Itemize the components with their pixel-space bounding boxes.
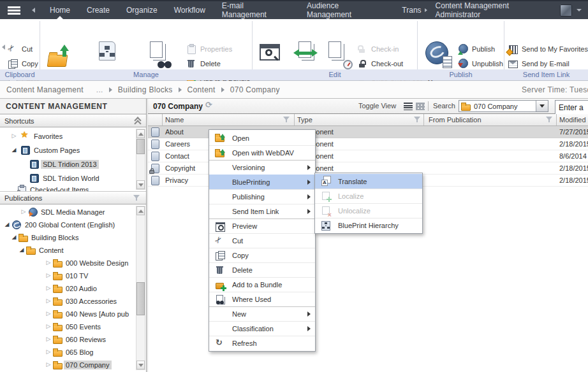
expand-expanded-icon[interactable] [3, 221, 11, 227]
scrollbar-thumb[interactable] [136, 139, 145, 154]
publications-scrollbar[interactable] [136, 206, 145, 370]
tab-create[interactable]: Create [78, 1, 118, 19]
list-view-icon[interactable] [404, 103, 413, 110]
user-name[interactable]: Content Management Administrator [436, 1, 555, 19]
tab-workflow[interactable]: Workflow [166, 1, 214, 19]
tree-item-folder[interactable]: 040 News [Auto pub [0, 308, 136, 320]
expand-collapsed-icon[interactable] [45, 297, 52, 304]
expand-collapsed-icon[interactable] [45, 323, 52, 329]
menu-item-localize[interactable]: Localize [315, 189, 422, 203]
scroll-down-icon[interactable] [136, 180, 145, 189]
cut-button[interactable]: Cut [8, 41, 40, 56]
tree-item-sdl-tridion-2013[interactable]: SDL Tridion 2013 [0, 158, 136, 171]
expand-collapsed-icon[interactable] [45, 348, 52, 355]
expand-collapsed-icon[interactable] [45, 310, 52, 317]
menu-item-add-to-bundle[interactable]: Add to a Bundle [209, 277, 315, 292]
breadcrumb-item[interactable]: 070 Company [230, 85, 280, 94]
dropdown-button[interactable] [536, 101, 548, 111]
column-name[interactable]: Name [165, 116, 184, 124]
tree-item-folder[interactable]: 020 Audio [0, 282, 136, 295]
menu-item-new[interactable]: New [209, 306, 315, 321]
menu-item-blueprint-hierarchy[interactable]: BluePrint Hierarchy [315, 218, 422, 232]
breadcrumb-root[interactable]: Content Management [6, 85, 84, 94]
tree-item-folder[interactable]: 030 Accessories [0, 295, 136, 308]
user-menu-caret-icon[interactable] [577, 9, 582, 11]
tab-audience-management[interactable]: Audience Management [298, 1, 393, 19]
expand-collapsed-icon[interactable] [20, 208, 27, 215]
tree-item-content[interactable]: Content [0, 244, 136, 257]
expand-expanded-icon[interactable] [18, 247, 26, 253]
expand-collapsed-icon[interactable] [45, 336, 52, 342]
unpublish-button[interactable]: Unpublish [458, 56, 503, 71]
tree-item-building-blocks[interactable]: Building Blocks [0, 231, 136, 244]
tree-item-publication[interactable]: 200 Global Content (English) [0, 218, 136, 231]
tab-translation[interactable]: Trans [393, 1, 435, 19]
menu-item-classification[interactable]: Classification [209, 321, 315, 336]
tree-item-sdl-media-manager[interactable]: SDL Media Manager [0, 206, 136, 218]
expand-expanded-icon[interactable] [10, 147, 18, 153]
tab-email-management[interactable]: E-mail Management [214, 1, 298, 19]
menu-item-unlocalize[interactable]: Unlocalize [315, 203, 422, 218]
properties-button[interactable]: Properties [186, 41, 250, 56]
filter-funnel-icon[interactable] [283, 116, 291, 124]
publish-button[interactable]: Publish [458, 41, 503, 56]
check-in-button[interactable]: Check-in [357, 41, 422, 56]
menu-item-translate[interactable]: Translate [315, 174, 422, 189]
grid-view-icon[interactable] [416, 103, 425, 110]
menubar-scroll-left-icon[interactable] [32, 8, 35, 13]
scroll-down-icon[interactable] [136, 361, 145, 369]
avatar[interactable] [560, 4, 572, 17]
tree-item-favorites[interactable]: Favorites [0, 130, 136, 143]
shortcuts-section-header[interactable]: Shortcuts [0, 114, 146, 127]
menu-item-copy[interactable]: Copy [209, 248, 315, 262]
tree-item-folder[interactable]: 010 TV [0, 269, 136, 282]
tree-item-070-company[interactable]: 070 Company [0, 359, 136, 371]
collapse-section-icon[interactable] [134, 117, 142, 125]
menu-item-preview[interactable]: Preview [209, 218, 315, 233]
menu-item-delete[interactable]: Delete [209, 262, 315, 277]
menu-item-where-used[interactable]: Where Used [209, 292, 315, 306]
send-by-email-button[interactable]: Send by E-mail [508, 56, 588, 71]
tree-item-folder[interactable]: 050 Events [0, 320, 136, 333]
column-from-publication[interactable]: From Publication [429, 116, 481, 124]
refresh-icon[interactable]: ⟳ [205, 100, 212, 110]
menu-item-versioning[interactable]: Versioning [209, 160, 315, 175]
publications-section-header[interactable]: Publications [0, 191, 146, 204]
menu-item-refresh[interactable]: Refresh [209, 336, 315, 350]
scrollbar-thumb[interactable] [136, 282, 145, 315]
menu-item-open-with-webdav[interactable]: Open with WebDAV [209, 145, 315, 160]
hamburger-menu-icon[interactable] [8, 6, 20, 15]
filter-funnel-icon[interactable] [545, 116, 554, 124]
expand-collapsed-icon[interactable] [10, 132, 18, 139]
scroll-up-icon[interactable] [136, 129, 145, 138]
expand-collapsed-icon[interactable] [45, 272, 52, 278]
column-modified[interactable]: Modified [559, 116, 586, 124]
menu-item-cut[interactable]: Cut [209, 233, 315, 248]
copy-button[interactable]: Copy [8, 56, 40, 71]
tree-item-folder[interactable]: 000 Website Design [0, 257, 136, 269]
tree-item-checked-out-items[interactable]: Checked-out Items [0, 183, 136, 191]
filter-funnel-icon[interactable] [133, 194, 142, 202]
tab-home[interactable]: Home [41, 1, 78, 19]
filter-funnel-icon[interactable] [413, 116, 422, 124]
tree-item-folder[interactable]: 060 Reviews [0, 333, 136, 346]
tree-item-folder[interactable]: 065 Blog [0, 346, 136, 359]
shortcuts-scrollbar[interactable] [136, 129, 145, 190]
menu-item-blueprinting[interactable]: BluePrinting [209, 175, 315, 189]
menu-item-publishing[interactable]: Publishing [209, 189, 315, 204]
tree-item-custom-pages[interactable]: Custom Pages [0, 144, 136, 157]
menu-item-open[interactable]: Open [209, 131, 315, 145]
expand-expanded-icon[interactable] [10, 234, 18, 240]
delete-button[interactable]: Delete [186, 56, 250, 71]
scroll-up-icon[interactable] [136, 206, 145, 215]
expand-collapsed-icon[interactable] [45, 259, 52, 266]
column-type[interactable]: Type [297, 116, 312, 124]
check-out-button[interactable]: Check-out [357, 56, 422, 71]
ribbon-collapse-icon[interactable] [2, 45, 5, 50]
breadcrumb-ellipsis[interactable]: ... [96, 85, 103, 94]
search-scope-dropdown[interactable]: 070 Company [459, 100, 548, 112]
expand-collapsed-icon[interactable] [45, 361, 52, 368]
tab-organize[interactable]: Organize [118, 1, 166, 19]
tree-item-sdl-tridion-world[interactable]: SDL Tridion World [0, 172, 136, 185]
send-to-favorites-button[interactable]: Send to My Favorites [508, 41, 588, 56]
